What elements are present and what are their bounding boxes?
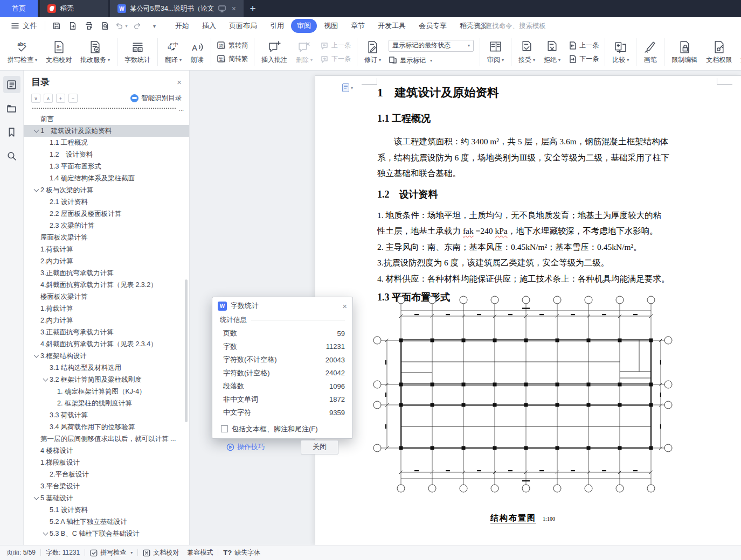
compat-mode-indicator[interactable]: 兼容模式 (187, 548, 213, 557)
toc-item[interactable]: 1.1 工程概况 (24, 137, 189, 149)
menu-review[interactable]: 审阅 (291, 19, 317, 33)
dialog-close-button[interactable]: 关闭 (301, 440, 338, 454)
spellcheck-button[interactable]: abc 拼写检查▾ (3, 40, 41, 65)
undo-button[interactable]: ▾ (114, 19, 128, 32)
rail-bookmark-button[interactable] (3, 123, 20, 141)
ink-pen-button[interactable]: 画笔 (639, 40, 661, 65)
menu-start[interactable]: 开始 (169, 19, 195, 33)
accept-change-button[interactable]: 接受▾ (514, 40, 539, 65)
toc-item[interactable]: 前言 (24, 113, 189, 125)
toc-collapse-button[interactable]: ∧ (44, 94, 53, 103)
toc-item[interactable]: 1 建筑设计及原始资料 (24, 125, 189, 137)
print-preview-button[interactable] (98, 19, 112, 32)
toc-item[interactable]: 屋面板次梁计算 (24, 232, 189, 243)
save-button[interactable] (50, 19, 64, 32)
monitor-icon[interactable] (218, 4, 226, 13)
tab-docer[interactable]: 稻壳 (40, 0, 108, 17)
rail-toc-button[interactable] (3, 76, 20, 93)
toc-item[interactable]: 3.正截面抗弯承载力计算 (24, 267, 189, 279)
toc-item[interactable]: 1.3 平面布置形式 (24, 160, 189, 172)
grading-service-button[interactable]: 批改服务▾ (76, 40, 114, 65)
toc-item[interactable]: 2.内力计算 (24, 314, 189, 326)
export-button[interactable] (66, 19, 80, 32)
toc-item[interactable]: 4.斜截面抗剪承载力计算（见表 2.3.4） (24, 338, 189, 350)
restrict-editing-button[interactable]: 限制编辑 (667, 40, 702, 65)
command-search[interactable]: 查找命令、搜索模板 (474, 17, 546, 34)
menu-dev-tools[interactable]: 开发工具 (372, 19, 412, 33)
tab-home[interactable]: 首页 (0, 0, 38, 17)
toc-item[interactable]: 1. 确定框架计算简图（KJ-4） (24, 386, 189, 397)
status-proofread-button[interactable]: 文档校对 (143, 548, 179, 557)
toc-item[interactable]: 第一层的层间侧移值求出以后，就可以计算 ... (24, 433, 189, 445)
dialog-title-bar[interactable]: W 字数统计 × (212, 297, 352, 314)
toc-item[interactable]: 3.4 风荷载作用下的位移验算 (24, 421, 189, 433)
toc-item[interactable]: 5.1 设计资料 (24, 504, 189, 516)
proofread-button[interactable]: a- 文档校对 (41, 40, 76, 65)
page-indicator[interactable]: 页面: 5/59 (6, 548, 36, 557)
toc-zoom-out-button[interactable]: − (68, 94, 78, 103)
toc-item[interactable]: 2.平台板设计 (24, 468, 189, 480)
toc-zoom-in-button[interactable]: + (56, 94, 65, 103)
dialog-close-icon[interactable]: × (342, 302, 347, 310)
smart-toc-button[interactable]: 智能识别目录 (130, 94, 182, 103)
toc-item[interactable]: 3.3 荷载计算 (24, 409, 189, 421)
next-change-button[interactable]: 下一条 (568, 54, 599, 64)
rail-search-button[interactable] (3, 147, 20, 164)
toc-item[interactable]: 2 板与次梁的计算 (24, 184, 189, 196)
document-certify-button[interactable]: 文档认证 (736, 40, 741, 65)
compare-button[interactable]: 比较▾ (608, 40, 633, 65)
next-comment-button[interactable]: 下一条 (320, 54, 351, 64)
toc-item[interactable]: 1.梯段板设计 (24, 457, 189, 468)
toc-item[interactable]: 1.荷载计算 (24, 243, 189, 255)
show-markup-button[interactable]: 显示标记▾ (389, 56, 474, 65)
missing-font-button[interactable]: T? 缺失字体 (223, 548, 260, 557)
print-button[interactable] (82, 19, 96, 32)
status-spellcheck-button[interactable]: 拼写检查▾ (90, 548, 133, 557)
tips-link[interactable]: 操作技巧 (226, 442, 265, 452)
toc-item[interactable]: 4 楼梯设计 (24, 445, 189, 457)
reject-change-button[interactable]: 拒绝▾ (539, 40, 565, 65)
toc-item[interactable]: 5.3 B、C 轴柱下联合基础设计 (24, 528, 189, 540)
word-count-button[interactable]: 字数统计 (120, 40, 155, 65)
delete-comment-button[interactable]: 删除▾ (292, 40, 317, 65)
toc-item[interactable]: 3.正截面抗弯承载力计算 (24, 326, 189, 338)
toc-expand-button[interactable]: ∨ (31, 94, 40, 103)
document-permission-button[interactable]: 文档权限 (702, 40, 736, 65)
toc-item[interactable]: 2. 框架梁柱的线刚度计算 (24, 397, 189, 409)
close-tab-icon[interactable]: × (232, 4, 236, 13)
toc-item[interactable]: 4.斜截面抗剪承载力计算（见表 2.3.2） (24, 279, 189, 291)
toc-item-partial[interactable]: ... (24, 104, 189, 113)
read-aloud-button[interactable]: A 朗读 (186, 40, 208, 65)
toc-item[interactable]: 2.2 屋面板及楼面板计算 (24, 208, 189, 220)
review-pane-button[interactable]: 审阅▾ (483, 40, 508, 65)
tab-document[interactable]: W 某公司5层34...说明书（论文） × (110, 0, 244, 17)
toc-item[interactable]: 1.4 确定结构体系及梁柱截面 (24, 172, 189, 184)
toc-scrollbar[interactable] (185, 279, 188, 422)
toc-item[interactable]: 1.2 设计资料 (24, 149, 189, 160)
simplified-to-traditional-button[interactable]: 繁 简转繁 (217, 54, 248, 64)
toc-item[interactable]: 2.3 次梁的计算 (24, 220, 189, 232)
toc-item[interactable]: 2.1 设计资料 (24, 196, 189, 208)
toc-item[interactable]: 5 基础设计 (24, 492, 189, 504)
checkbox-icon[interactable] (221, 425, 228, 432)
page-margin-comment-icon[interactable]: ▾ (342, 83, 353, 92)
menu-view[interactable]: 视图 (318, 19, 344, 33)
previous-change-button[interactable]: 上一条 (568, 41, 599, 50)
toc-item[interactable]: 3.平台梁设计 (24, 480, 189, 492)
toc-item[interactable]: 1.荷载计算 (24, 303, 189, 314)
toc-item[interactable]: ……… (24, 540, 189, 545)
word-count-indicator[interactable]: 字数: 11231 (46, 548, 80, 557)
menu-section[interactable]: 章节 (345, 19, 371, 33)
new-tab-button[interactable]: + (244, 0, 262, 17)
markup-state-select[interactable]: 显示标记的最终状态▾ (389, 40, 474, 52)
traditional-to-simplified-button[interactable]: 简 繁转简 (217, 41, 248, 50)
toc-item[interactable]: 3.框架结构设计 (24, 350, 189, 362)
toc-item[interactable]: 3.2 框架计算简图及梁柱线刚度 (24, 374, 189, 386)
track-changes-button[interactable]: 修订▾ (360, 40, 385, 65)
toc-item[interactable]: 2.内力计算 (24, 255, 189, 267)
rail-outline-button[interactable] (3, 100, 20, 117)
menu-page-layout[interactable]: 页面布局 (223, 19, 263, 33)
document-page[interactable]: ▾ 1 建筑设计及原始资料 1.1 工程概况 该工程建筑面积：约 3400 m²… (315, 75, 741, 545)
customize-qat-chevron-icon[interactable]: ▾ (147, 19, 161, 32)
menu-references[interactable]: 引用 (264, 19, 290, 33)
